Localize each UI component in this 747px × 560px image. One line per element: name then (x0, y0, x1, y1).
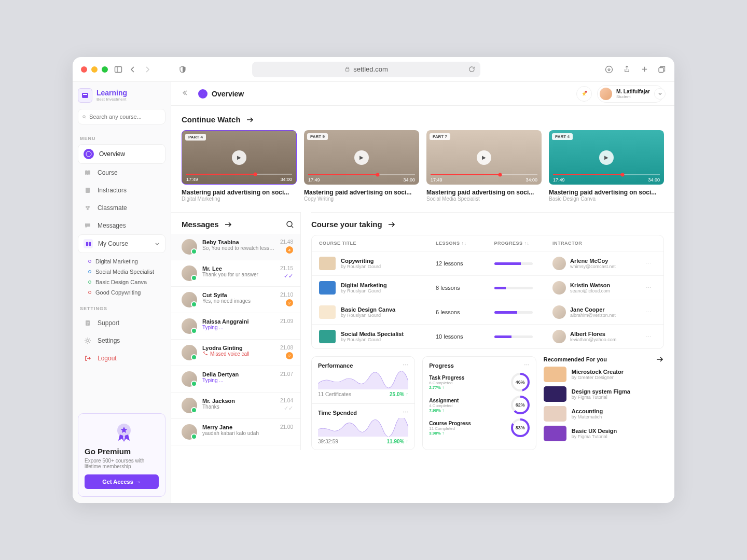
message-time: 21.15 (280, 265, 293, 271)
more-icon[interactable]: ⋯ (646, 309, 656, 316)
progress-item: Course Progress11 Completed3.90% ↑ 83% (429, 418, 530, 437)
more-icon[interactable]: ⋯ (646, 260, 656, 267)
video-card[interactable]: PART 4 ▶ 17:4934:00 Mastering paid adver… (549, 130, 664, 202)
message-time: 21.08 (280, 345, 293, 351)
premium-subtitle: Expore 500+ courses with lifetime member… (85, 458, 159, 469)
more-icon[interactable]: ⋯ (646, 333, 656, 340)
close-window[interactable] (81, 66, 87, 73)
th-progress[interactable]: PROGRESS ↑↓ (494, 241, 553, 246)
message-item[interactable]: Cut Syifa Yes, no need images 21.102 (171, 287, 300, 313)
message-item[interactable]: Raissa Anggraini Typing ... 21.09 (171, 313, 300, 340)
book-icon (83, 168, 92, 177)
menu-label: MENU (80, 136, 163, 141)
badge-icon (83, 186, 92, 195)
help-icon: ? (83, 318, 92, 328)
new-tab-icon[interactable] (640, 65, 648, 74)
user-name: M. Latifulfajar (616, 89, 650, 94)
part-badge: PART 9 (307, 133, 328, 140)
search-input[interactable] (89, 114, 161, 120)
more-icon[interactable]: ⋯ (646, 285, 656, 291)
message-preview: Yes, no need images (202, 298, 275, 304)
more-icon[interactable]: ⋯ (403, 409, 408, 416)
user-menu[interactable]: M. LatifulfajarStudent (597, 85, 664, 103)
nav-messages[interactable]: Messages (78, 217, 165, 234)
message-time: 21.04 (280, 398, 293, 403)
sub-copywriting[interactable]: Good Copywriting (88, 287, 165, 298)
nav-back-icon[interactable] (129, 65, 137, 74)
share-icon[interactable] (622, 65, 631, 74)
play-icon: ▶ (354, 150, 369, 165)
nav-overview[interactable]: Overview (78, 144, 165, 164)
message-name: Mr. Jackson (202, 398, 275, 404)
search-box[interactable] (78, 109, 165, 124)
nav-forward-icon[interactable] (143, 65, 151, 74)
message-item[interactable]: Mr. Jackson Thanks 21.04✓✓ (171, 393, 300, 419)
topbar: Overview M. LatifulfajarStudent (171, 82, 674, 106)
recommended-item[interactable]: Microstock Creatorby Greater Designer (544, 367, 664, 382)
nav-logout[interactable]: Logout (78, 349, 165, 367)
message-preview: So, You need to rewatch lessons 7 (202, 245, 275, 251)
message-preview: yaudah kabari kalo udah (202, 430, 275, 436)
recommended-item[interactable]: Design system Figmaby Figma Tutorial (544, 386, 664, 402)
more-icon[interactable]: ⋯ (524, 362, 530, 369)
message-item[interactable]: Della Dertyan Typing ... 21.07 (171, 366, 300, 393)
video-card[interactable]: PART 7 ▶ 17:4934:00 Mastering paid adver… (426, 130, 542, 202)
continue-watch-title: Continue Watch (182, 115, 664, 124)
message-item[interactable]: Lyodra Ginting Missed voice call 21.082 (171, 340, 300, 366)
search-messages-icon[interactable] (286, 220, 294, 229)
tabs-icon[interactable] (658, 65, 666, 74)
more-icon[interactable]: ⋯ (403, 362, 408, 369)
svg-rect-0 (115, 66, 122, 72)
video-card[interactable]: PART 4 ▶ 17:4934:00 Mastering paid adver… (182, 130, 297, 202)
nav-support[interactable]: ?Support (78, 314, 165, 332)
message-name: Merry Jane (202, 424, 275, 430)
sidebar-toggle-icon[interactable] (114, 65, 122, 74)
avatar (182, 239, 197, 255)
message-preview: Thanks (202, 404, 275, 410)
video-card[interactable]: PART 9 ▶ 17:4934:00 Mastering paid adver… (304, 130, 419, 202)
avatar (182, 318, 197, 334)
courses-title: Course your taking (311, 220, 664, 229)
progress-widget: Progress⋯ Task Progress6 Completed2.77% … (422, 356, 536, 450)
nav-settings[interactable]: Settings (78, 332, 165, 349)
shield-icon[interactable] (178, 65, 187, 74)
recommended-item[interactable]: Accountingby Matematich (544, 406, 664, 422)
sub-social-media[interactable]: Social Media Specialist (88, 267, 165, 277)
course-row[interactable]: Social Media Specialistby Rouslyan Gourd… (312, 324, 663, 348)
recommended-widget: Recommended For you Microstock Creatorby… (544, 356, 664, 450)
notification-button[interactable] (576, 86, 592, 102)
nav-instractors[interactable]: Instractors (78, 181, 165, 199)
nav-my-course[interactable]: My Course (78, 234, 165, 253)
collapse-sidebar-icon[interactable] (182, 90, 190, 98)
message-preview: Missed voice call (202, 351, 275, 357)
sub-digital-marketing[interactable]: Digital Marketing (88, 256, 165, 267)
url-bar[interactable]: settled.com (252, 62, 480, 77)
th-lessons[interactable]: LESSONS ↑↓ (436, 241, 494, 246)
progress-item: Assignment4 Completed7.90% ↑ 62% (429, 396, 530, 414)
video-title: Mastering paid advertising on soci... (304, 189, 419, 196)
recommended-item[interactable]: Basic UX Designby Figma Tutorial (544, 426, 664, 441)
message-item[interactable]: Merry Jane yaudah kabari kalo udah 21.00 (171, 419, 300, 445)
download-icon[interactable] (605, 65, 613, 74)
message-time: 21.48 (280, 239, 293, 245)
nav-course[interactable]: Course (78, 164, 165, 181)
folder-icon (84, 239, 93, 248)
course-row[interactable]: Basic Design Canvaby Rouslyan Gourd 6 le… (312, 300, 663, 324)
logo-icon (78, 88, 92, 103)
nav-classmate[interactable]: Classmate (78, 199, 165, 217)
svg-rect-13 (88, 242, 90, 245)
message-item[interactable]: Beby Tsabina So, You need to rewatch les… (171, 234, 300, 260)
premium-button[interactable]: Get Access → (85, 474, 159, 489)
video-row: PART 4 ▶ 17:4934:00 Mastering paid adver… (182, 130, 664, 202)
logo-subtitle: Best Investment (96, 97, 127, 102)
message-time: 21.07 (280, 371, 293, 377)
svg-point-6 (83, 115, 86, 118)
svg-rect-12 (86, 242, 88, 245)
sub-basic-design[interactable]: Basic Design Canva (88, 277, 165, 287)
minimize-window[interactable] (91, 66, 98, 73)
maximize-window[interactable] (102, 66, 108, 73)
course-row[interactable]: Digital Marketingby Rouslyan Gourd 8 les… (312, 275, 663, 300)
message-item[interactable]: Mr. Lee Thank you for ur answer 21.15✓✓ (171, 260, 300, 287)
course-row[interactable]: Copywritingby Rouslyan Gourd 12 lessons … (312, 251, 663, 275)
th-intractor: INTRACTOR (552, 241, 646, 246)
